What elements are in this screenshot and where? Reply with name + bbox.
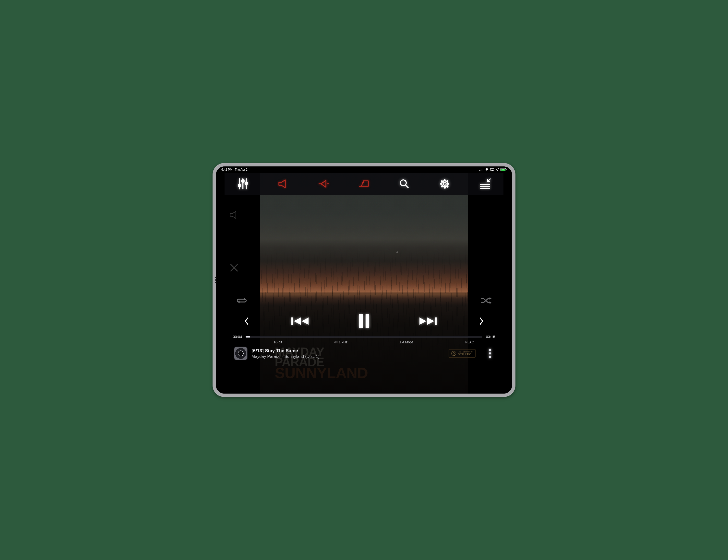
now-playing-meta: [6/13] Stay The Same Mayday Parade - Sun… — [251, 348, 320, 359]
svg-rect-9 — [239, 184, 241, 187]
svg-rect-24 — [359, 314, 363, 328]
speaker-icon — [277, 179, 289, 189]
equalizer-button[interactable] — [232, 175, 254, 192]
track-title: Stay The Same — [265, 348, 298, 353]
location-icon — [496, 168, 499, 171]
svg-rect-11 — [242, 180, 244, 182]
equalizer-icon — [237, 178, 249, 190]
svg-rect-1 — [480, 170, 481, 171]
track-album: Sunnyland (Disc 1) — [284, 354, 320, 359]
screen: 6:42 PM Thu Apr 2 MAYDAY PARADE SUNNYLAN… — [216, 167, 512, 393]
bitrate: 1.4 Mbps — [399, 340, 414, 344]
hd-badge-bottom: STEREO — [458, 353, 473, 356]
statusbar-time: 6:42 PM — [221, 168, 232, 171]
close-icon — [229, 263, 239, 273]
gear-icon — [439, 178, 451, 190]
statusbar-indicators — [479, 168, 507, 171]
prev-album-button[interactable] — [242, 317, 251, 325]
camera-dot — [215, 279, 216, 281]
dac-button[interactable] — [353, 175, 375, 192]
pause-icon — [356, 312, 373, 330]
duration-time: 03:15 — [486, 334, 495, 339]
svg-rect-2 — [482, 169, 482, 171]
seek-bar[interactable] — [246, 336, 483, 337]
wifi-icon — [485, 168, 489, 171]
airplay-icon — [490, 168, 494, 171]
svg-rect-25 — [365, 314, 369, 328]
search-icon — [399, 179, 410, 189]
statusbar: 6:42 PM Thu Apr 2 — [216, 167, 512, 173]
shuffle-icon — [480, 296, 492, 305]
top-toolbar — [225, 173, 503, 195]
svg-line-17 — [406, 185, 408, 188]
next-track-button[interactable] — [413, 315, 442, 327]
settings-button[interactable] — [434, 175, 456, 192]
repeat-icon — [236, 296, 248, 305]
left-mini-toolbar — [227, 208, 244, 275]
mute-button[interactable] — [227, 208, 241, 222]
controls-overlay: 00:04 03:15 16-bit 44.1 kHz 1.4 Mbps FLA… — [225, 292, 503, 393]
track-artist: Mayday Parade — [251, 354, 281, 359]
next-album-button[interactable] — [477, 317, 486, 325]
repeat-button[interactable] — [234, 294, 249, 307]
elapsed-time: 00:04 — [233, 334, 242, 339]
chevron-left-icon — [244, 317, 249, 325]
prev-track-button[interactable] — [286, 315, 315, 327]
amp-button[interactable] — [313, 175, 335, 192]
skip-forward-icon — [418, 315, 437, 327]
dac-icon — [358, 179, 370, 189]
ipad-frame: 6:42 PM Thu Apr 2 MAYDAY PARADE SUNNYLAN… — [213, 163, 515, 397]
collapse-icon — [479, 179, 491, 189]
cellular-icon — [479, 168, 483, 171]
svg-rect-23 — [291, 317, 293, 325]
mute-icon — [229, 211, 239, 219]
svg-rect-0 — [479, 170, 480, 171]
statusbar-date: Thu Apr 2 — [235, 168, 248, 171]
close-button[interactable] — [227, 261, 241, 275]
collapse-button[interactable] — [474, 175, 496, 192]
speaker-button[interactable] — [272, 175, 294, 192]
skip-back-icon — [291, 315, 310, 327]
play-pause-button[interactable] — [349, 312, 379, 330]
shuffle-button[interactable] — [479, 294, 494, 307]
sample-rate: 44.1 kHz — [334, 340, 347, 344]
svg-rect-26 — [435, 317, 437, 325]
svg-rect-7 — [506, 169, 507, 170]
bit-depth: 16-bit — [274, 340, 282, 344]
now-playing-thumb[interactable] — [234, 347, 247, 360]
amp-icon — [318, 179, 330, 189]
svg-point-28 — [453, 352, 454, 354]
track-index: [6/13] — [251, 348, 264, 353]
battery-icon — [500, 168, 507, 171]
codec: FLAC — [465, 340, 474, 344]
svg-rect-13 — [245, 182, 247, 184]
search-button[interactable] — [393, 175, 415, 192]
svg-rect-3 — [483, 168, 483, 171]
chevron-right-icon — [479, 317, 484, 325]
svg-point-27 — [452, 351, 456, 356]
more-button[interactable] — [486, 349, 494, 358]
seek-fill — [246, 336, 250, 337]
hd-stereo-badge: HIGH DEFINITION STEREO — [449, 349, 476, 357]
